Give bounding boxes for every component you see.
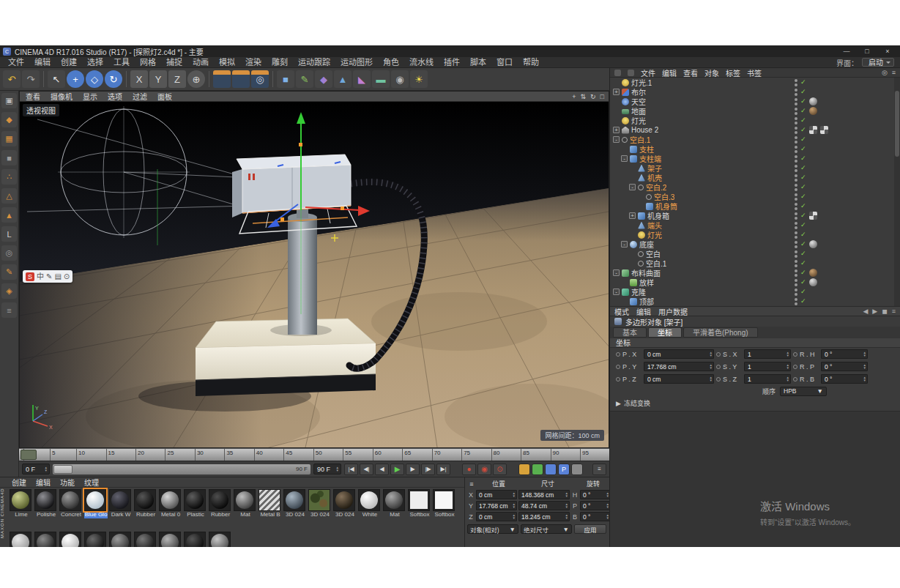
spinner-icon[interactable]: ▲▼ bbox=[786, 376, 789, 382]
attribute-value-field[interactable]: 1▲▼ bbox=[744, 374, 791, 384]
tree-item[interactable]: 顶部✓ bbox=[610, 297, 895, 306]
menubar-item[interactable]: 窗口 bbox=[491, 57, 518, 68]
attribute-value-field[interactable]: 17.768 cm▲▼ bbox=[644, 362, 714, 371]
spinner-icon[interactable]: ▲▼ bbox=[565, 514, 568, 519]
visibility-dots-icon[interactable] bbox=[795, 79, 797, 86]
material-item[interactable]: Metal 0 bbox=[159, 489, 182, 518]
viewport[interactable]: 查看摄像机显示选项过滤面板 +⇅↻□ bbox=[19, 91, 609, 448]
visibility-dots-icon[interactable] bbox=[795, 212, 797, 220]
enabled-check-icon[interactable]: ✓ bbox=[800, 79, 806, 86]
apply-button[interactable]: 应用 bbox=[574, 524, 606, 534]
attribute-value-field[interactable]: 0 cm▲▼ bbox=[644, 349, 714, 359]
ime-pen-icon[interactable]: ✎ bbox=[46, 272, 52, 281]
add-deformer-menu[interactable]: ◣ bbox=[353, 70, 371, 88]
freeze-transform-row[interactable]: ▶ 冻结变换 bbox=[610, 398, 656, 408]
spinner-icon[interactable]: ▲▼ bbox=[513, 503, 516, 508]
material-item[interactable] bbox=[184, 532, 207, 547]
spinner-icon[interactable]: ▲▼ bbox=[513, 492, 516, 497]
attribute-menu-item[interactable]: 用户数据 bbox=[658, 306, 688, 317]
material-thumbnail[interactable] bbox=[59, 532, 81, 547]
attribute-value-field[interactable]: 0 cm▲▼ bbox=[644, 374, 714, 384]
ime-logo-icon[interactable]: S bbox=[26, 272, 34, 281]
model-mode-icon[interactable]: ◆ bbox=[1, 112, 17, 127]
object-manager-menu-item[interactable]: 书签 bbox=[747, 67, 762, 78]
spinner-icon[interactable]: ▲▼ bbox=[786, 351, 789, 357]
expand-toggle-icon[interactable]: - bbox=[621, 155, 628, 162]
material-item[interactable] bbox=[134, 532, 157, 547]
checker-tag-icon[interactable] bbox=[820, 126, 828, 134]
keyframe-presets-button[interactable]: ⊙ bbox=[493, 464, 507, 475]
expand-toggle-icon[interactable]: + bbox=[613, 127, 620, 133]
x-axis-lock[interactable]: X bbox=[130, 70, 148, 88]
viewport-menu-item[interactable]: 显示 bbox=[83, 91, 97, 102]
enabled-check-icon[interactable]: ✓ bbox=[800, 212, 806, 219]
menubar-item[interactable]: 渲染 bbox=[240, 57, 267, 68]
goto-end-button[interactable]: ▶| bbox=[436, 464, 450, 475]
frame-slider-handle[interactable] bbox=[53, 465, 72, 474]
menubar-item[interactable]: 编辑 bbox=[29, 57, 56, 68]
add-modeling-menu[interactable]: ▲ bbox=[334, 70, 352, 88]
rotation-field[interactable]: 0 °▲▼ bbox=[580, 490, 611, 499]
pan-view-icon[interactable]: + bbox=[572, 93, 576, 100]
enabled-check-icon[interactable]: ✓ bbox=[800, 279, 806, 286]
material-item[interactable]: Mat bbox=[234, 489, 257, 518]
tree-item[interactable]: -空白.2✓ bbox=[610, 182, 895, 192]
spinner-icon[interactable]: ▲▼ bbox=[863, 364, 866, 369]
material-thumbnail[interactable] bbox=[234, 489, 256, 511]
render-picture-viewer-button[interactable] bbox=[232, 70, 250, 88]
spinner-icon[interactable]: ▲▼ bbox=[710, 364, 713, 369]
spinner-icon[interactable]: ▲▼ bbox=[45, 466, 48, 472]
coordinates-section-header[interactable]: 坐标 bbox=[610, 338, 900, 348]
size-field[interactable]: 48.74 cm▲▼ bbox=[518, 501, 570, 510]
visibility-dots-icon[interactable] bbox=[795, 279, 797, 286]
material-thumbnail[interactable] bbox=[209, 532, 231, 547]
material-menu-item[interactable]: 功能 bbox=[60, 477, 75, 488]
enabled-check-icon[interactable]: ✓ bbox=[800, 298, 806, 305]
attribute-tab[interactable]: 基本 bbox=[613, 327, 647, 338]
checker-tag-icon[interactable] bbox=[809, 126, 817, 134]
am-forward-icon[interactable]: ▶ bbox=[872, 308, 877, 315]
material-item[interactable] bbox=[10, 532, 33, 547]
visibility-dots-icon[interactable] bbox=[795, 108, 797, 115]
material-item[interactable]: 3D 024 bbox=[308, 489, 332, 518]
menubar-item[interactable]: 捕捉 bbox=[161, 57, 187, 68]
spinner-icon[interactable]: ▲▼ bbox=[786, 364, 789, 369]
tree-item[interactable]: +House 2✓ bbox=[610, 125, 895, 135]
material-item[interactable]: Concret bbox=[59, 489, 83, 518]
render-settings-button[interactable]: ◎ bbox=[251, 70, 269, 88]
undo-button[interactable]: ↶ bbox=[3, 70, 21, 88]
am-lock-icon[interactable]: ◼ bbox=[882, 308, 887, 315]
tex-gray-tag-icon[interactable] bbox=[809, 240, 817, 248]
axis-mode-icon[interactable]: L bbox=[1, 226, 17, 242]
material-item[interactable] bbox=[59, 532, 83, 547]
enabled-check-icon[interactable]: ✓ bbox=[800, 174, 806, 181]
rotation-field[interactable]: 0 °▲▼ bbox=[580, 501, 611, 510]
material-item[interactable]: Blue Glo bbox=[84, 489, 108, 518]
menubar-item[interactable]: 运动跟踪 bbox=[293, 57, 335, 68]
material-item[interactable]: Polishe bbox=[34, 489, 58, 518]
om-file-icon[interactable] bbox=[614, 70, 621, 76]
viewport-solo-icon[interactable]: ◎ bbox=[1, 245, 17, 261]
material-thumbnail[interactable] bbox=[259, 489, 280, 511]
coords-mode-select[interactable]: 对象(相对)▼ bbox=[467, 524, 518, 534]
visibility-dots-icon[interactable] bbox=[795, 298, 797, 305]
enabled-check-icon[interactable]: ✓ bbox=[800, 222, 806, 228]
rotation-field[interactable]: 0 °▲▼ bbox=[580, 512, 611, 521]
material-item[interactable]: Lime bbox=[10, 489, 33, 518]
spinner-icon[interactable]: ▲▼ bbox=[513, 514, 516, 519]
add-cube-menu[interactable]: ■ bbox=[277, 70, 294, 88]
menubar-item[interactable]: 插件 bbox=[439, 57, 465, 68]
visibility-dots-icon[interactable] bbox=[795, 174, 797, 182]
enabled-check-icon[interactable]: ✓ bbox=[800, 250, 806, 257]
tex-brown-tag-icon[interactable] bbox=[809, 107, 817, 115]
enabled-check-icon[interactable]: ✓ bbox=[800, 98, 806, 105]
position-field[interactable]: 0 cm▲▼ bbox=[476, 490, 517, 499]
menubar-item[interactable]: 流水线 bbox=[404, 57, 439, 68]
spinner-icon[interactable]: ▲▼ bbox=[863, 351, 866, 357]
object-tree-scrollbar[interactable] bbox=[894, 78, 900, 306]
polygons-mode-icon[interactable]: ▲ bbox=[1, 207, 17, 223]
add-spline-menu[interactable]: ✎ bbox=[296, 70, 313, 88]
animation-dot-icon[interactable] bbox=[716, 377, 721, 382]
material-thumbnail[interactable] bbox=[59, 489, 81, 511]
add-camera-menu[interactable]: ◉ bbox=[391, 70, 409, 88]
